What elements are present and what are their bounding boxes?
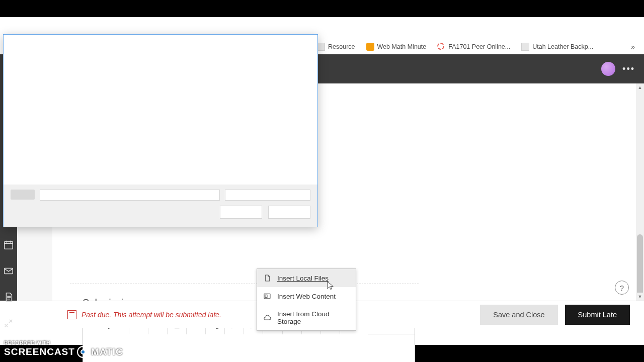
- warning-text: Past due. This attempt will be submitted…: [82, 311, 221, 319]
- watermark-logo-icon: [77, 346, 89, 358]
- dialog-footer: [4, 185, 317, 227]
- calendar-warning-icon: [67, 310, 76, 319]
- submit-late-button[interactable]: Submit Late: [565, 305, 630, 325]
- bookmark-utah-leather[interactable]: Utah Leather Backp...: [521, 43, 593, 51]
- menu-insert-web-content[interactable]: Insert Web Content: [257, 287, 356, 305]
- bookmark-label: FA1701 Peer Online...: [448, 43, 510, 50]
- cloud-icon: [263, 314, 271, 322]
- scroll-down-arrow-icon[interactable]: ▼: [636, 293, 644, 301]
- calendar-icon[interactable]: [3, 239, 14, 250]
- menu-insert-cloud-storage[interactable]: Insert from Cloud Storage: [257, 305, 356, 330]
- past-due-warning: Past due. This attempt will be submitted…: [67, 310, 221, 319]
- mail-icon[interactable]: [3, 265, 14, 277]
- watermark-brand-a: SCREENCAST: [4, 346, 75, 357]
- menu-item-label: Insert Web Content: [277, 293, 336, 300]
- vertical-scrollbar[interactable]: ▲ ▼: [636, 83, 644, 301]
- bookmark-label: Resource: [328, 43, 355, 50]
- section-divider: [70, 284, 419, 284]
- svg-rect-14: [265, 295, 267, 297]
- bookmark-resource[interactable]: Resource: [317, 43, 355, 51]
- editor-textarea[interactable]: [83, 334, 415, 362]
- bookmark-icon: [317, 43, 325, 51]
- mouse-cursor-icon: [326, 281, 335, 290]
- menu-insert-local-files[interactable]: Insert Local Files: [257, 269, 356, 287]
- watermark-brand-b: MATIC: [91, 346, 123, 357]
- menu-item-label: Insert Local Files: [277, 275, 329, 282]
- file-open-dialog[interactable]: [3, 34, 318, 227]
- browser-window: Resource Web Math Minute FA1701 Peer Onl…: [0, 17, 644, 345]
- document-icon[interactable]: [3, 292, 14, 303]
- watermark-line1: RECORDED WITH: [4, 340, 123, 346]
- avatar[interactable]: [601, 62, 615, 76]
- right-column: [433, 88, 630, 301]
- screencast-watermark: RECORDED WITH SCREENCAST MATIC: [4, 340, 123, 358]
- help-button[interactable]: ?: [615, 281, 629, 295]
- bookmark-label: Utah Leather Backp...: [532, 43, 593, 50]
- help-icon: ?: [620, 284, 624, 292]
- bookmark-icon: [437, 43, 445, 51]
- filename-input[interactable]: [40, 190, 220, 201]
- file-icon: [263, 274, 271, 282]
- more-menu-button[interactable]: •••: [622, 64, 635, 74]
- bookmark-label: Web Math Minute: [377, 43, 427, 50]
- scroll-up-arrow-icon[interactable]: ▲: [636, 83, 644, 92]
- svg-rect-1: [5, 268, 13, 274]
- bookmarks-overflow[interactable]: »: [628, 42, 638, 52]
- save-and-close-button[interactable]: Save and Close: [480, 305, 557, 325]
- bookmark-web-math-minute[interactable]: Web Math Minute: [366, 43, 427, 51]
- menu-item-label: Insert from Cloud Storage: [277, 310, 350, 325]
- bookmark-icon: [366, 43, 374, 51]
- tools-icon[interactable]: [3, 318, 14, 329]
- watermark-brand: SCREENCAST MATIC: [4, 346, 123, 358]
- filename-label-skeleton: [11, 190, 35, 200]
- bookmark-fa1701[interactable]: FA1701 Peer Online...: [437, 43, 510, 51]
- embed-icon: [263, 292, 271, 300]
- dialog-open-button[interactable]: [220, 206, 262, 219]
- filetype-select[interactable]: [225, 190, 310, 201]
- insert-stuff-menu: Insert Local Files Insert Web Content In…: [257, 268, 356, 331]
- svg-rect-0: [5, 242, 13, 249]
- dialog-body: [4, 35, 317, 186]
- bookmark-icon: [521, 43, 529, 51]
- dialog-cancel-button[interactable]: [268, 206, 310, 219]
